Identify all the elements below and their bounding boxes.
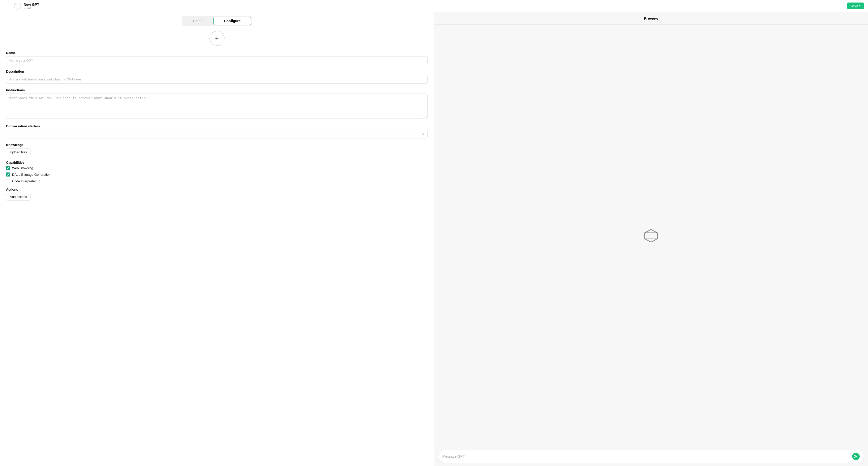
help-icon[interactable]: ?: [38, 179, 40, 183]
web-browsing-checkbox[interactable]: [6, 166, 10, 170]
actions-label: Actions: [6, 187, 428, 192]
right-panel: Preview: [434, 12, 868, 466]
preview-input-wrapper: [438, 450, 864, 463]
capability-code-interpreter: Code Interpreter ?: [6, 179, 428, 183]
send-button[interactable]: [852, 453, 860, 460]
code-interpreter-label: Code Interpreter: [12, 179, 36, 183]
description-label: Description: [6, 69, 428, 74]
cube-icon: [644, 228, 658, 243]
instructions-textarea[interactable]: [6, 93, 428, 119]
save-button[interactable]: Save ▾: [847, 2, 864, 9]
top-bar: ← New GPT • Draft Save ▾: [0, 0, 868, 12]
left-panel: Create Configure + Name Description Inst…: [0, 12, 434, 466]
conversation-starters-group: Conversation starters ✕: [6, 124, 428, 139]
name-input[interactable]: [6, 56, 428, 65]
tab-create[interactable]: Create: [183, 17, 214, 25]
top-bar-left: ← New GPT • Draft: [4, 2, 39, 9]
preview-header: Preview: [434, 12, 868, 25]
save-chevron-icon: ▾: [859, 4, 861, 7]
knowledge-label: Knowledge: [6, 143, 428, 147]
tabs: Create Configure: [182, 16, 251, 26]
capability-dalle: DALL·E Image Generation: [6, 173, 428, 176]
gpt-title: New GPT: [24, 2, 39, 6]
gpt-avatar: [14, 2, 21, 9]
message-input[interactable]: [442, 455, 850, 459]
gpt-draft-status: • Draft: [24, 6, 39, 9]
add-actions-button[interactable]: Add actions: [6, 193, 31, 201]
name-label: Name: [6, 51, 428, 55]
capabilities-label: Capabilities: [6, 161, 428, 165]
add-image-button[interactable]: +: [210, 31, 224, 46]
instructions-label: Instructions: [6, 88, 428, 92]
gpt-info: New GPT • Draft: [24, 2, 39, 9]
web-browsing-label: Web Browsing: [12, 166, 33, 170]
preview-input-area: [434, 447, 868, 466]
capability-web-browsing: Web Browsing: [6, 166, 428, 170]
add-image-area: +: [6, 31, 428, 46]
dalle-checkbox[interactable]: [6, 173, 10, 176]
plus-icon: +: [215, 35, 218, 42]
code-interpreter-checkbox[interactable]: [6, 179, 10, 183]
conversation-starters-label: Conversation starters: [6, 124, 428, 128]
actions-group: Actions Add actions: [6, 187, 428, 201]
clear-starter-button[interactable]: ✕: [420, 132, 428, 136]
knowledge-group: Knowledge Upload files: [6, 143, 428, 156]
main-layout: Create Configure + Name Description Inst…: [0, 12, 868, 466]
instructions-textarea-wrapper: ⤡: [6, 93, 428, 120]
dalle-label: DALL·E Image Generation: [12, 173, 51, 176]
capabilities-group: Capabilities Web Browsing DALL·E Image G…: [6, 161, 428, 183]
starter-input[interactable]: [6, 130, 420, 138]
preview-body: [434, 25, 868, 447]
back-button[interactable]: ←: [4, 2, 11, 9]
tab-configure[interactable]: Configure: [214, 17, 251, 25]
name-group: Name: [6, 51, 428, 65]
starter-input-wrapper: ✕: [6, 129, 428, 139]
description-input[interactable]: [6, 75, 428, 84]
upload-files-button[interactable]: Upload files: [6, 148, 31, 156]
instructions-group: Instructions ⤡: [6, 88, 428, 120]
description-group: Description: [6, 69, 428, 84]
send-icon: [854, 455, 858, 458]
